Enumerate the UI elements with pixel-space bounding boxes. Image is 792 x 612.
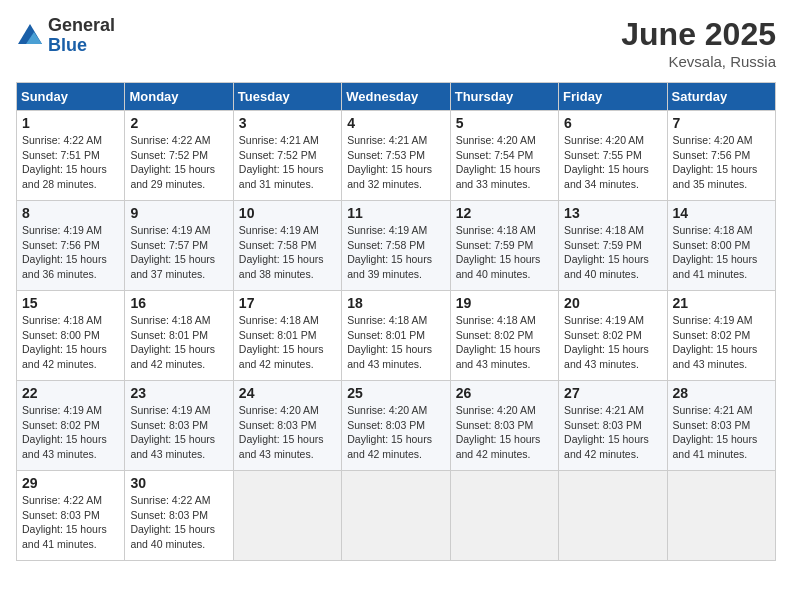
day-info: Sunrise: 4:19 AM Sunset: 7:58 PM Dayligh… bbox=[239, 223, 336, 282]
calendar-cell: 15 Sunrise: 4:18 AM Sunset: 8:00 PM Dayl… bbox=[17, 291, 125, 381]
calendar-cell: 14 Sunrise: 4:18 AM Sunset: 8:00 PM Dayl… bbox=[667, 201, 775, 291]
day-number: 25 bbox=[347, 385, 444, 401]
day-info: Sunrise: 4:22 AM Sunset: 7:52 PM Dayligh… bbox=[130, 133, 227, 192]
calendar-cell: 12 Sunrise: 4:18 AM Sunset: 7:59 PM Dayl… bbox=[450, 201, 558, 291]
day-header-monday: Monday bbox=[125, 83, 233, 111]
day-number: 15 bbox=[22, 295, 119, 311]
calendar-cell: 8 Sunrise: 4:19 AM Sunset: 7:56 PM Dayli… bbox=[17, 201, 125, 291]
day-info: Sunrise: 4:18 AM Sunset: 8:01 PM Dayligh… bbox=[130, 313, 227, 372]
calendar-cell: 3 Sunrise: 4:21 AM Sunset: 7:52 PM Dayli… bbox=[233, 111, 341, 201]
calendar-cell bbox=[450, 471, 558, 561]
day-number: 12 bbox=[456, 205, 553, 221]
day-info: Sunrise: 4:21 AM Sunset: 8:03 PM Dayligh… bbox=[673, 403, 770, 462]
calendar-week-row: 15 Sunrise: 4:18 AM Sunset: 8:00 PM Dayl… bbox=[17, 291, 776, 381]
day-info: Sunrise: 4:19 AM Sunset: 8:03 PM Dayligh… bbox=[130, 403, 227, 462]
day-number: 29 bbox=[22, 475, 119, 491]
day-info: Sunrise: 4:20 AM Sunset: 7:56 PM Dayligh… bbox=[673, 133, 770, 192]
logo-general: General bbox=[48, 16, 115, 36]
day-info: Sunrise: 4:19 AM Sunset: 7:56 PM Dayligh… bbox=[22, 223, 119, 282]
calendar-cell: 25 Sunrise: 4:20 AM Sunset: 8:03 PM Dayl… bbox=[342, 381, 450, 471]
calendar-cell: 17 Sunrise: 4:18 AM Sunset: 8:01 PM Dayl… bbox=[233, 291, 341, 381]
day-info: Sunrise: 4:18 AM Sunset: 8:01 PM Dayligh… bbox=[347, 313, 444, 372]
calendar-cell bbox=[342, 471, 450, 561]
calendar-cell: 7 Sunrise: 4:20 AM Sunset: 7:56 PM Dayli… bbox=[667, 111, 775, 201]
day-number: 5 bbox=[456, 115, 553, 131]
calendar-week-row: 29 Sunrise: 4:22 AM Sunset: 8:03 PM Dayl… bbox=[17, 471, 776, 561]
day-number: 13 bbox=[564, 205, 661, 221]
calendar-cell: 27 Sunrise: 4:21 AM Sunset: 8:03 PM Dayl… bbox=[559, 381, 667, 471]
day-info: Sunrise: 4:21 AM Sunset: 8:03 PM Dayligh… bbox=[564, 403, 661, 462]
day-info: Sunrise: 4:20 AM Sunset: 8:03 PM Dayligh… bbox=[456, 403, 553, 462]
title-block: June 2025 Kevsala, Russia bbox=[621, 16, 776, 70]
calendar-cell: 26 Sunrise: 4:20 AM Sunset: 8:03 PM Dayl… bbox=[450, 381, 558, 471]
calendar-week-row: 22 Sunrise: 4:19 AM Sunset: 8:02 PM Dayl… bbox=[17, 381, 776, 471]
month-title: June 2025 bbox=[621, 16, 776, 53]
day-number: 2 bbox=[130, 115, 227, 131]
calendar-cell: 18 Sunrise: 4:18 AM Sunset: 8:01 PM Dayl… bbox=[342, 291, 450, 381]
page-header: General Blue June 2025 Kevsala, Russia bbox=[16, 16, 776, 70]
calendar-week-row: 1 Sunrise: 4:22 AM Sunset: 7:51 PM Dayli… bbox=[17, 111, 776, 201]
day-info: Sunrise: 4:19 AM Sunset: 7:58 PM Dayligh… bbox=[347, 223, 444, 282]
day-number: 22 bbox=[22, 385, 119, 401]
day-number: 16 bbox=[130, 295, 227, 311]
calendar-cell bbox=[667, 471, 775, 561]
calendar-cell: 23 Sunrise: 4:19 AM Sunset: 8:03 PM Dayl… bbox=[125, 381, 233, 471]
day-number: 1 bbox=[22, 115, 119, 131]
day-header-wednesday: Wednesday bbox=[342, 83, 450, 111]
calendar-cell: 5 Sunrise: 4:20 AM Sunset: 7:54 PM Dayli… bbox=[450, 111, 558, 201]
day-info: Sunrise: 4:20 AM Sunset: 8:03 PM Dayligh… bbox=[239, 403, 336, 462]
day-number: 8 bbox=[22, 205, 119, 221]
day-number: 6 bbox=[564, 115, 661, 131]
day-number: 20 bbox=[564, 295, 661, 311]
calendar-cell: 11 Sunrise: 4:19 AM Sunset: 7:58 PM Dayl… bbox=[342, 201, 450, 291]
day-number: 24 bbox=[239, 385, 336, 401]
day-number: 27 bbox=[564, 385, 661, 401]
calendar-week-row: 8 Sunrise: 4:19 AM Sunset: 7:56 PM Dayli… bbox=[17, 201, 776, 291]
day-info: Sunrise: 4:22 AM Sunset: 8:03 PM Dayligh… bbox=[130, 493, 227, 552]
day-info: Sunrise: 4:19 AM Sunset: 8:02 PM Dayligh… bbox=[564, 313, 661, 372]
day-number: 7 bbox=[673, 115, 770, 131]
day-number: 18 bbox=[347, 295, 444, 311]
calendar-cell: 24 Sunrise: 4:20 AM Sunset: 8:03 PM Dayl… bbox=[233, 381, 341, 471]
day-info: Sunrise: 4:18 AM Sunset: 8:01 PM Dayligh… bbox=[239, 313, 336, 372]
calendar-cell: 30 Sunrise: 4:22 AM Sunset: 8:03 PM Dayl… bbox=[125, 471, 233, 561]
logo-icon bbox=[16, 22, 44, 50]
calendar-cell: 13 Sunrise: 4:18 AM Sunset: 7:59 PM Dayl… bbox=[559, 201, 667, 291]
day-number: 17 bbox=[239, 295, 336, 311]
day-header-tuesday: Tuesday bbox=[233, 83, 341, 111]
calendar-cell: 2 Sunrise: 4:22 AM Sunset: 7:52 PM Dayli… bbox=[125, 111, 233, 201]
day-info: Sunrise: 4:22 AM Sunset: 7:51 PM Dayligh… bbox=[22, 133, 119, 192]
calendar-cell: 22 Sunrise: 4:19 AM Sunset: 8:02 PM Dayl… bbox=[17, 381, 125, 471]
calendar-cell bbox=[233, 471, 341, 561]
calendar-table: SundayMondayTuesdayWednesdayThursdayFrid… bbox=[16, 82, 776, 561]
day-info: Sunrise: 4:20 AM Sunset: 7:54 PM Dayligh… bbox=[456, 133, 553, 192]
calendar-header-row: SundayMondayTuesdayWednesdayThursdayFrid… bbox=[17, 83, 776, 111]
calendar-cell: 4 Sunrise: 4:21 AM Sunset: 7:53 PM Dayli… bbox=[342, 111, 450, 201]
day-header-friday: Friday bbox=[559, 83, 667, 111]
logo: General Blue bbox=[16, 16, 115, 56]
day-number: 21 bbox=[673, 295, 770, 311]
day-info: Sunrise: 4:20 AM Sunset: 8:03 PM Dayligh… bbox=[347, 403, 444, 462]
calendar-cell: 6 Sunrise: 4:20 AM Sunset: 7:55 PM Dayli… bbox=[559, 111, 667, 201]
day-info: Sunrise: 4:21 AM Sunset: 7:53 PM Dayligh… bbox=[347, 133, 444, 192]
calendar-cell: 21 Sunrise: 4:19 AM Sunset: 8:02 PM Dayl… bbox=[667, 291, 775, 381]
day-header-saturday: Saturday bbox=[667, 83, 775, 111]
day-info: Sunrise: 4:18 AM Sunset: 7:59 PM Dayligh… bbox=[456, 223, 553, 282]
logo-text: General Blue bbox=[48, 16, 115, 56]
day-number: 19 bbox=[456, 295, 553, 311]
day-info: Sunrise: 4:18 AM Sunset: 8:02 PM Dayligh… bbox=[456, 313, 553, 372]
day-info: Sunrise: 4:18 AM Sunset: 8:00 PM Dayligh… bbox=[673, 223, 770, 282]
day-number: 10 bbox=[239, 205, 336, 221]
day-number: 3 bbox=[239, 115, 336, 131]
day-number: 4 bbox=[347, 115, 444, 131]
calendar-cell: 20 Sunrise: 4:19 AM Sunset: 8:02 PM Dayl… bbox=[559, 291, 667, 381]
day-number: 14 bbox=[673, 205, 770, 221]
calendar-cell bbox=[559, 471, 667, 561]
logo-blue: Blue bbox=[48, 36, 115, 56]
day-number: 11 bbox=[347, 205, 444, 221]
day-number: 28 bbox=[673, 385, 770, 401]
location: Kevsala, Russia bbox=[621, 53, 776, 70]
calendar-cell: 28 Sunrise: 4:21 AM Sunset: 8:03 PM Dayl… bbox=[667, 381, 775, 471]
day-info: Sunrise: 4:18 AM Sunset: 8:00 PM Dayligh… bbox=[22, 313, 119, 372]
day-number: 26 bbox=[456, 385, 553, 401]
